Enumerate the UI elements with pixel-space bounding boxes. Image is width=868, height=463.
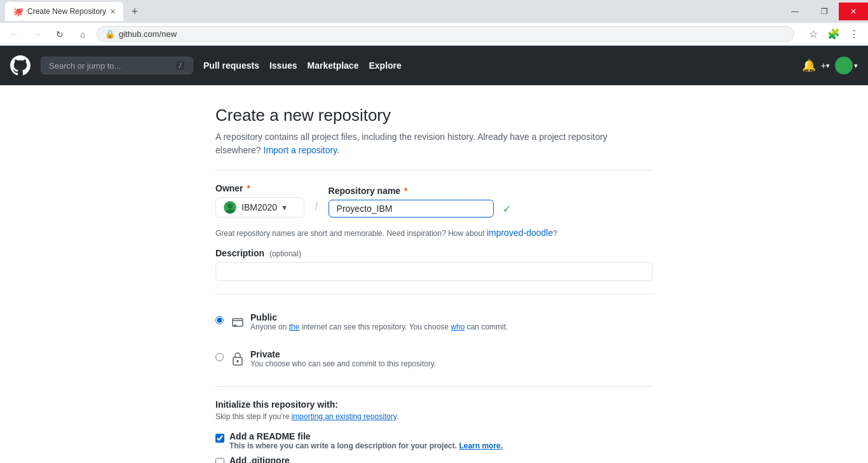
- private-label: Private: [250, 349, 436, 359]
- back-button[interactable]: ←: [5, 25, 23, 43]
- owner-required: *: [247, 183, 250, 193]
- public-the-link[interactable]: the: [289, 322, 300, 331]
- private-option: Private You choose who can see and commi…: [215, 344, 653, 373]
- active-tab[interactable]: 🐙 Create New Repository ✕: [5, 2, 123, 21]
- slash-separator: /: [315, 199, 318, 218]
- gitignore-option: Add .gitignore: [215, 455, 653, 463]
- forward-button[interactable]: →: [28, 25, 46, 43]
- valid-check-icon: ✓: [503, 203, 511, 215]
- page-subtitle: A repository contains all project files,…: [215, 130, 653, 157]
- menu-icon[interactable]: ⋮: [845, 25, 863, 43]
- section-divider-top: [215, 170, 653, 170]
- public-radio[interactable]: [215, 316, 224, 324]
- owner-field-group: Owner * IBM2020 ▾: [215, 183, 304, 218]
- public-option-label[interactable]: Public Anyone on the internet can see th…: [231, 312, 508, 331]
- gitignore-checkbox[interactable]: [215, 458, 224, 463]
- public-option: Public Anyone on the internet can see th…: [215, 307, 653, 336]
- importing-link[interactable]: importing an existing repository: [292, 412, 397, 421]
- user-menu-button[interactable]: ▾: [835, 57, 858, 74]
- public-label: Public: [250, 312, 508, 322]
- readme-learn-more-link[interactable]: Learn more.: [459, 441, 503, 450]
- extensions-icon[interactable]: 🧩: [825, 25, 843, 43]
- nav-marketplace[interactable]: Marketplace: [308, 60, 359, 71]
- user-avatar: [835, 57, 853, 74]
- gitignore-label[interactable]: Add .gitignore: [229, 455, 290, 463]
- page-title: Create a new repository: [215, 106, 653, 125]
- svg-point-5: [234, 324, 236, 327]
- repo-name-field-group: Repository name * ✓: [329, 186, 511, 218]
- repo-name-hint: Great repository names are short and mem…: [215, 228, 653, 238]
- github-header: Search or jump to... / Pull requests Iss…: [0, 46, 868, 85]
- header-right: 🔔 + ▾ ▾: [802, 57, 858, 74]
- gitignore-label-text: Add .gitignore: [229, 455, 290, 463]
- nav-issues[interactable]: Issues: [269, 60, 297, 71]
- private-radio[interactable]: [215, 353, 224, 361]
- svg-point-1: [227, 204, 233, 209]
- readme-desc: This is where you can write a long descr…: [229, 441, 503, 450]
- main-nav: Pull requests Issues Marketplace Explore: [203, 60, 402, 71]
- private-option-label[interactable]: Private You choose who can see and commi…: [231, 349, 436, 368]
- tab-title: Create New Repository: [27, 7, 106, 16]
- readme-label[interactable]: Add a README file This is where you can …: [229, 431, 503, 450]
- repo-name-label: Repository name *: [329, 186, 511, 196]
- owner-name: IBM2020: [241, 202, 277, 212]
- init-title: Initialize this repository with:: [215, 399, 653, 410]
- nav-explore[interactable]: Explore: [369, 60, 401, 71]
- visibility-divider: [215, 294, 653, 294]
- description-input[interactable]: [215, 262, 653, 281]
- repo-name-input[interactable]: [329, 200, 494, 218]
- description-label: Description (optional): [215, 248, 653, 258]
- main-content: Create a new repository A repository con…: [0, 85, 868, 463]
- window-controls: — ❐ ✕: [780, 3, 868, 20]
- private-repo-icon: [231, 351, 244, 366]
- tab-favicon: 🐙: [13, 6, 24, 17]
- private-desc: You choose who can see and commit to thi…: [250, 359, 436, 368]
- avatar-chevron-icon: ▾: [854, 62, 858, 70]
- description-field-group: Description (optional): [215, 248, 653, 281]
- readme-label-text: Add a README file: [229, 431, 503, 441]
- owner-avatar: [224, 201, 236, 214]
- reload-button[interactable]: ↻: [51, 25, 69, 43]
- plus-menu-button[interactable]: + ▾: [821, 60, 830, 71]
- public-desc: Anyone on the internet can see this repo…: [250, 322, 508, 331]
- new-tab-button[interactable]: +: [126, 3, 144, 20]
- owner-select[interactable]: IBM2020 ▾: [215, 197, 304, 218]
- owner-label: Owner *: [215, 183, 304, 193]
- readme-checkbox[interactable]: [215, 434, 224, 443]
- repo-required: *: [404, 186, 407, 196]
- plus-chevron-icon: ▾: [826, 62, 830, 70]
- url-text: github.com/new: [119, 29, 177, 39]
- owner-chevron-icon: ▾: [282, 202, 287, 212]
- github-logo[interactable]: [10, 55, 31, 76]
- address-bar: ← → ↻ ⌂ 🔒 github.com/new ☆ 🧩 ⋮: [0, 23, 868, 46]
- nav-pull-requests[interactable]: Pull requests: [203, 60, 259, 71]
- suggestion-link[interactable]: improved-doodle: [487, 228, 553, 238]
- minimize-button[interactable]: —: [780, 3, 810, 20]
- readme-option: Add a README file This is where you can …: [215, 431, 653, 450]
- notifications-icon[interactable]: 🔔: [802, 59, 816, 73]
- svg-rect-7: [237, 360, 239, 363]
- tab-close-button[interactable]: ✕: [110, 8, 116, 16]
- import-repository-link[interactable]: Import a repository.: [264, 145, 340, 155]
- public-who-link[interactable]: who: [451, 322, 465, 331]
- form-container: Create a new repository A repository con…: [205, 106, 663, 463]
- close-button[interactable]: ✕: [839, 3, 868, 20]
- bookmark-icon[interactable]: ☆: [804, 25, 822, 43]
- init-subtitle: Skip this step if you're importing an ex…: [215, 412, 653, 421]
- home-button[interactable]: ⌂: [74, 25, 92, 43]
- init-divider: [215, 386, 653, 387]
- toolbar-right: ☆ 🧩 ⋮: [804, 25, 863, 43]
- search-kbd: /: [175, 60, 185, 71]
- maximize-button[interactable]: ❐: [810, 3, 839, 20]
- search-placeholder: Search or jump to...: [49, 61, 121, 71]
- owner-repo-row: Owner * IBM2020 ▾ /: [215, 183, 653, 218]
- public-repo-icon: [231, 315, 244, 328]
- search-box[interactable]: Search or jump to... /: [41, 57, 193, 74]
- init-section: Initialize this repository with: Skip th…: [215, 399, 653, 463]
- url-input[interactable]: 🔒 github.com/new: [97, 26, 794, 42]
